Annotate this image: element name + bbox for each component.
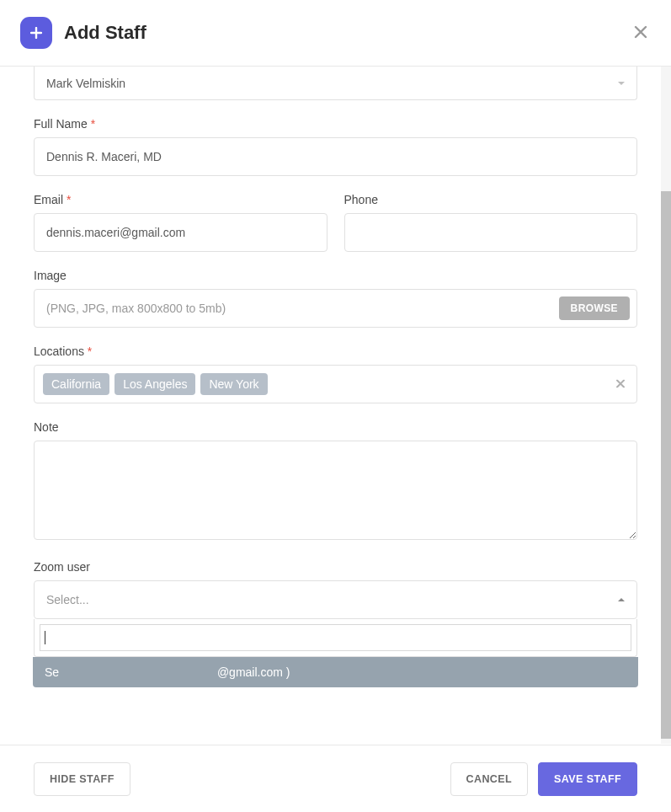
zoom-option[interactable]: Se @gmail.com ) (33, 657, 638, 687)
email-input[interactable] (34, 213, 328, 252)
clear-tags-icon[interactable] (616, 378, 625, 391)
wp-user-value: Mark Velmiskin (46, 77, 125, 90)
required-asterisk: * (91, 117, 95, 131)
close-icon[interactable] (634, 24, 647, 42)
locations-label-text: Locations (34, 345, 84, 358)
full-name-group: Full Name * (34, 117, 637, 176)
required-asterisk: * (67, 193, 71, 206)
full-name-label: Full Name * (34, 117, 637, 131)
locations-field[interactable]: California Los Angeles New York (34, 365, 637, 403)
zoom-group: Zoom user Select... Se @gmail.com ) (34, 560, 637, 687)
note-group: Note (34, 420, 637, 543)
zoom-label: Zoom user (34, 560, 637, 574)
add-staff-modal: Add Staff Mark Velmiskin Full Name * (0, 0, 671, 812)
chevron-down-icon (618, 82, 625, 85)
phone-label: Phone (344, 193, 638, 206)
locations-group: Locations * California Los Angeles New Y… (34, 345, 637, 403)
image-placeholder: (PNG, JPG, max 800x800 to 5mb) (46, 302, 559, 315)
email-label-text: Email (34, 193, 63, 206)
location-tag[interactable]: New York (200, 373, 267, 395)
form-scroll-area: Mark Velmiskin Full Name * Email * (0, 67, 671, 744)
browse-button[interactable]: BROWSE (559, 296, 630, 320)
image-label: Image (34, 269, 637, 282)
location-tag[interactable]: California (43, 373, 109, 395)
locations-label: Locations * (34, 345, 637, 358)
wp-user-select[interactable]: Mark Velmiskin (34, 67, 637, 100)
phone-group: Phone (344, 193, 638, 252)
full-name-label-text: Full Name (34, 117, 88, 131)
plus-icon (20, 17, 52, 49)
save-staff-button[interactable]: SAVE STAFF (538, 762, 637, 796)
chevron-up-icon (618, 598, 625, 601)
form-body: Mark Velmiskin Full Name * Email * (0, 67, 671, 744)
zoom-option-prefix: Se (45, 665, 59, 679)
email-phone-row: Email * Phone (34, 176, 637, 252)
zoom-search-input[interactable] (40, 624, 631, 651)
zoom-option-suffix: @gmail.com ) (217, 665, 290, 679)
modal-header: Add Staff (0, 0, 671, 67)
footer-right: CANCEL SAVE STAFF (450, 762, 637, 796)
note-textarea[interactable] (34, 441, 637, 540)
footer-left: HIDE STAFF (34, 762, 130, 796)
zoom-placeholder: Select... (46, 593, 89, 606)
full-name-input[interactable] (34, 137, 637, 176)
text-cursor (45, 631, 45, 644)
note-label: Note (34, 420, 637, 434)
cancel-button[interactable]: CANCEL (450, 762, 528, 796)
location-tag[interactable]: Los Angeles (114, 373, 195, 395)
zoom-select[interactable]: Select... (34, 580, 637, 619)
email-label: Email * (34, 193, 328, 206)
scrollbar-thumb[interactable] (661, 191, 671, 739)
modal-title: Add Staff (64, 22, 146, 44)
wp-user-select-wrapper: Mark Velmiskin (34, 67, 637, 100)
image-group: Image (PNG, JPG, max 800x800 to 5mb) BRO… (34, 269, 637, 328)
phone-input[interactable] (344, 213, 638, 252)
modal-footer: HIDE STAFF CANCEL SAVE STAFF (0, 745, 671, 812)
required-asterisk: * (88, 345, 92, 358)
zoom-dropdown-search (34, 619, 637, 657)
image-field[interactable]: (PNG, JPG, max 800x800 to 5mb) BROWSE (34, 289, 637, 328)
hide-staff-button[interactable]: HIDE STAFF (34, 762, 130, 796)
email-group: Email * (34, 193, 328, 252)
